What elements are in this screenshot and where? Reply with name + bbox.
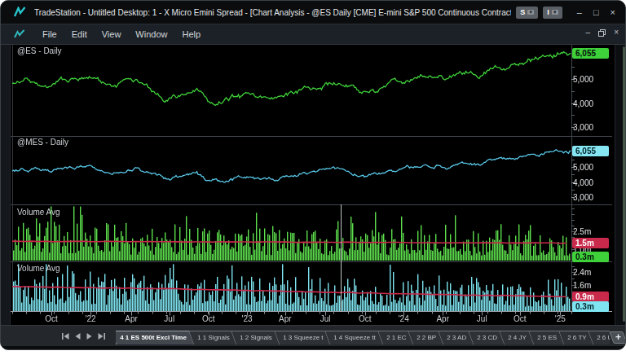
workspace-tab-label: 1 1 Signals bbox=[197, 331, 230, 344]
x-axis-label: Jul bbox=[320, 314, 331, 323]
previous-tab-icon[interactable] bbox=[74, 332, 82, 340]
workspace-tab-label: 2 1 EC bbox=[386, 331, 406, 344]
x-axis-label: Oct bbox=[45, 314, 58, 323]
workspace-tab-label: 2 2 BP bbox=[417, 331, 436, 344]
tradestation-window: TradeStation - Untitled Desktop: 1 - X M… bbox=[0, 0, 626, 350]
tradestation-logo-icon bbox=[14, 7, 26, 18]
chevron-down-icon: ▼ bbox=[527, 10, 534, 15]
workspace-tab[interactable]: 1 3 Squeeze t bbox=[274, 331, 333, 344]
x-axis-label: Oct bbox=[359, 314, 372, 323]
menu-item-help[interactable]: Help bbox=[174, 27, 208, 42]
scrollbar-thumb[interactable] bbox=[623, 46, 625, 322]
x-axis-label: '23 bbox=[242, 314, 253, 323]
workspace-tab[interactable]: 1 4 Squeeze tt bbox=[324, 331, 385, 344]
x-axis-label: Oct bbox=[514, 314, 527, 323]
price-badge: 1.5m bbox=[572, 238, 609, 248]
vertical-scrollbar[interactable] bbox=[615, 45, 626, 325]
workspace-tab-bar: 4 1 ES 500t Excl Time1 1 Signals1 2 Sign… bbox=[1, 325, 625, 346]
price-badge: 6,055 bbox=[572, 146, 609, 156]
workspace-tab-label: 4 1 ES 500t Excl Time bbox=[120, 331, 187, 344]
title-bar: TradeStation - Untitled Desktop: 1 - X M… bbox=[1, 1, 625, 24]
workspace-tab-label: 1 3 Squeeze t bbox=[283, 331, 323, 344]
workspace-tab[interactable]: 2 6 US bbox=[588, 331, 610, 344]
minimize-icon[interactable]: – bbox=[577, 8, 582, 17]
pane-title-mes: @MES - Daily bbox=[17, 138, 68, 147]
price-badge: 0.3m bbox=[572, 301, 609, 312]
price-badge: 6,055 bbox=[572, 48, 609, 59]
y-axis-label: 2.5m bbox=[573, 227, 591, 236]
x-axis-label: Apr bbox=[279, 314, 292, 323]
workspace-tab-label: 1 4 Squeeze tt bbox=[333, 331, 376, 344]
menu-item-file[interactable]: File bbox=[35, 27, 64, 42]
workspace-tab-label: 2 3 AD bbox=[447, 331, 467, 344]
chevron-down-icon: ▼ bbox=[552, 10, 558, 15]
x-axis-label: Apr bbox=[125, 314, 138, 323]
menu-bar: FileEditViewWindowHelp – × bbox=[1, 24, 625, 45]
window-title: TradeStation - Untitled Desktop: 1 - X M… bbox=[34, 8, 511, 17]
next-tab-icon[interactable] bbox=[86, 332, 93, 340]
add-tab-button[interactable]: + bbox=[609, 331, 626, 344]
x-axis-label: '25 bbox=[555, 314, 566, 323]
workspace-tab[interactable]: 1 2 Signals bbox=[231, 331, 281, 344]
window-footer bbox=[1, 346, 625, 350]
symbol-dropdown-button[interactable]: S ▼ bbox=[516, 7, 538, 19]
pane-title-es: @ES - Daily bbox=[17, 46, 62, 55]
menu-item-edit[interactable]: Edit bbox=[64, 27, 95, 42]
workspace-tab-label: 2 6 TY bbox=[567, 331, 586, 344]
chart-canvas[interactable] bbox=[1, 45, 614, 325]
menu-item-window[interactable]: Window bbox=[128, 27, 174, 42]
y-axis-label: 3,000 bbox=[573, 193, 593, 202]
child-minimize-icon[interactable]: – bbox=[586, 29, 591, 37]
add-tab-label: + bbox=[615, 332, 621, 343]
close-icon[interactable]: × bbox=[611, 8, 615, 17]
y-axis-label: 5,000 bbox=[573, 163, 593, 172]
maximize-icon[interactable]: □ bbox=[593, 8, 599, 17]
x-axis-label: '22 bbox=[86, 314, 96, 323]
workspace-tab[interactable]: 4 1 ES 500t Excl Time bbox=[116, 331, 196, 344]
y-axis-label: 4,000 bbox=[573, 99, 593, 107]
y-axis-label: 2.4m bbox=[573, 268, 591, 277]
last-tab-icon[interactable] bbox=[97, 332, 106, 340]
price-badge: 0.9m bbox=[572, 292, 609, 302]
pane-title-vol-es: Volume Avg bbox=[17, 208, 60, 217]
price-badge: 0.3m bbox=[572, 252, 609, 262]
x-axis-label: Oct bbox=[202, 314, 215, 323]
pane-title-vol-mes: Volume Avg bbox=[17, 264, 60, 273]
y-axis-label: 1.6m bbox=[573, 281, 591, 290]
chart-area: @ES - Daily @MES - Daily Volume Avg Volu… bbox=[1, 45, 626, 325]
workspace-tab-label: 2 4 JY bbox=[508, 331, 527, 344]
workspace-tab-label: 2 5 ES bbox=[537, 331, 557, 344]
x-axis-label: '24 bbox=[399, 314, 409, 323]
child-close-icon[interactable]: × bbox=[614, 29, 619, 37]
first-tab-icon[interactable] bbox=[61, 332, 70, 340]
insert-dropdown-label: I bbox=[547, 8, 549, 16]
insert-dropdown-button[interactable]: I ▼ bbox=[543, 7, 562, 19]
y-axis-label: 4,000 bbox=[573, 178, 593, 186]
workspace-tab-label: 2 6 US bbox=[597, 331, 610, 344]
x-axis-label: Apr bbox=[436, 314, 449, 323]
y-axis-label: 5,000 bbox=[573, 75, 593, 84]
symbol-dropdown-label: S bbox=[520, 8, 525, 16]
left-gutter bbox=[1, 45, 11, 325]
menu-item-view[interactable]: View bbox=[95, 27, 129, 42]
workspace-tab-label: 1 2 Signals bbox=[240, 331, 272, 344]
x-axis-label: Jul bbox=[164, 314, 174, 323]
chart-icon bbox=[14, 29, 25, 39]
child-restore-icon[interactable] bbox=[598, 29, 606, 37]
x-axis-label: Jul bbox=[477, 314, 487, 323]
workspace-tab-label: 2 3 CD bbox=[478, 331, 498, 344]
y-axis-label: 3,000 bbox=[573, 123, 593, 132]
